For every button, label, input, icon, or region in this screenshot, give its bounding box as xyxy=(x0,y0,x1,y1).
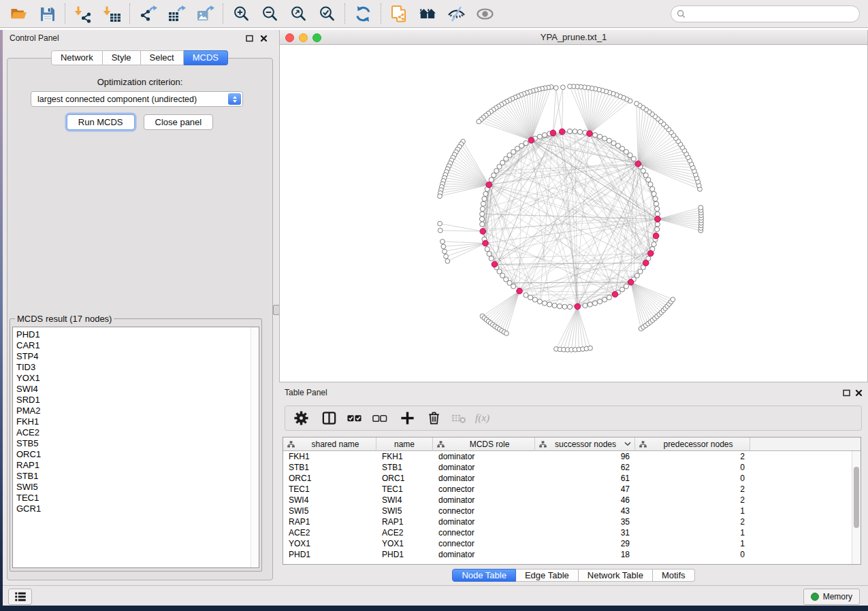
cell-shared-name[interactable]: STB1 xyxy=(283,462,376,473)
mcds-result-list[interactable]: PHD1CAR1STP4TID3YOX1SWI4SRD1PMA2FKH1ACE2… xyxy=(12,327,259,568)
tab-motifs[interactable]: Motifs xyxy=(653,569,695,582)
cell-mcds-role[interactable]: connector xyxy=(433,484,535,495)
cell-mcds-role[interactable]: dominator xyxy=(433,473,535,484)
table-row[interactable]: FKH1FKH1dominator962 xyxy=(283,451,861,462)
clone-network-button[interactable] xyxy=(385,2,413,25)
run-mcds-button[interactable]: Run MCDS xyxy=(67,114,135,130)
import-table-button[interactable] xyxy=(97,2,126,25)
tab-network[interactable]: Network xyxy=(51,50,103,65)
cell-name[interactable]: RAP1 xyxy=(376,516,433,527)
result-node-item[interactable]: ORC1 xyxy=(16,449,259,460)
table-row[interactable]: SWI4SWI4dominator462 xyxy=(283,495,861,506)
minimize-window-icon[interactable] xyxy=(299,33,308,42)
result-node-item[interactable]: TID3 xyxy=(16,362,259,373)
column-header-shared-name[interactable]: shared name xyxy=(283,437,376,451)
table-scrollbar[interactable] xyxy=(852,451,861,564)
cell-shared-name[interactable]: SWI5 xyxy=(283,506,376,516)
column-header-name[interactable]: name xyxy=(376,437,433,451)
result-node-item[interactable]: PMA2 xyxy=(16,406,259,416)
deselect-all-button[interactable] xyxy=(372,408,387,429)
result-node-item[interactable]: SWI5 xyxy=(16,482,259,493)
cell-predecessor-nodes[interactable]: 1 xyxy=(635,527,750,538)
tab-mcds[interactable]: MCDS xyxy=(184,50,228,65)
cell-shared-name[interactable]: SWI4 xyxy=(283,495,376,506)
cell-predecessor-nodes[interactable]: 2 xyxy=(635,484,750,495)
cell-shared-name[interactable]: ACE2 xyxy=(283,527,376,538)
cell-mcds-role[interactable]: dominator xyxy=(433,516,535,527)
show-graphics-details-button[interactable] xyxy=(470,2,499,25)
cell-predecessor-nodes[interactable]: 0 xyxy=(635,549,750,560)
float-panel-icon[interactable] xyxy=(246,35,253,42)
result-node-item[interactable]: SWI4 xyxy=(16,384,259,395)
refresh-view-button[interactable] xyxy=(349,2,377,25)
table-row[interactable]: YOX1YOX1connector291 xyxy=(283,538,861,549)
settings-button[interactable] xyxy=(293,408,309,429)
search-box[interactable] xyxy=(671,5,860,22)
cell-shared-name[interactable]: PHD1 xyxy=(283,549,376,560)
table-row[interactable]: ACE2ACE2connector311 xyxy=(283,527,861,538)
result-node-item[interactable]: CAR1 xyxy=(16,340,259,351)
cell-successor-nodes[interactable]: 31 xyxy=(535,527,635,538)
cell-successor-nodes[interactable]: 29 xyxy=(535,538,635,549)
close-panel-button[interactable]: Close panel xyxy=(144,114,214,130)
tab-node-table[interactable]: Node Table xyxy=(452,569,516,582)
cell-successor-nodes[interactable]: 47 xyxy=(535,484,635,495)
cell-name[interactable]: PHD1 xyxy=(376,549,433,560)
cell-predecessor-nodes[interactable]: 0 xyxy=(635,462,750,473)
export-network-button[interactable] xyxy=(133,2,162,25)
result-node-item[interactable]: TEC1 xyxy=(16,493,259,503)
cell-shared-name[interactable]: FKH1 xyxy=(283,451,376,462)
cell-predecessor-nodes[interactable]: 2 xyxy=(635,516,750,527)
cell-successor-nodes[interactable]: 35 xyxy=(535,516,635,527)
cell-mcds-role[interactable]: dominator xyxy=(433,495,535,506)
network-graph[interactable] xyxy=(280,45,867,382)
cell-shared-name[interactable]: RAP1 xyxy=(283,516,376,527)
close-window-icon[interactable] xyxy=(285,33,294,42)
zoom-fit-button[interactable] xyxy=(284,2,312,25)
table-row[interactable]: TEC1TEC1connector472 xyxy=(283,484,861,495)
cell-predecessor-nodes[interactable]: 2 xyxy=(635,495,750,506)
zoom-selected-button[interactable] xyxy=(312,2,341,25)
maximize-window-icon[interactable] xyxy=(312,33,321,42)
cell-mcds-role[interactable]: connector xyxy=(433,527,535,538)
criterion-dropdown[interactable]: largest connected component (undirected) xyxy=(31,91,243,107)
float-table-panel-icon[interactable] xyxy=(843,389,850,396)
cell-predecessor-nodes[interactable]: 0 xyxy=(635,473,750,484)
open-file-button[interactable] xyxy=(4,2,33,25)
table-row[interactable]: PHD1PHD1dominator180 xyxy=(283,549,861,560)
result-list-scrollbar[interactable] xyxy=(251,327,259,567)
hide-graphics-details-button[interactable] xyxy=(442,2,470,25)
result-node-item[interactable]: GCR1 xyxy=(16,503,259,514)
save-session-button[interactable] xyxy=(33,2,61,25)
cell-name[interactable]: SWI5 xyxy=(376,506,433,516)
import-network-button[interactable] xyxy=(69,2,97,25)
result-node-item[interactable]: ACE2 xyxy=(16,427,259,438)
table-row[interactable]: ORC1ORC1dominator610 xyxy=(283,473,861,484)
select-all-button[interactable] xyxy=(347,408,362,429)
column-header-predecessor-nodes[interactable]: predecessor nodes xyxy=(635,437,750,451)
cell-name[interactable]: TEC1 xyxy=(376,484,433,495)
cell-successor-nodes[interactable]: 62 xyxy=(535,462,635,473)
result-node-item[interactable]: PHD1 xyxy=(16,329,259,340)
row-list-button[interactable] xyxy=(8,589,32,605)
cell-name[interactable]: ORC1 xyxy=(376,473,433,484)
result-node-item[interactable]: STB1 xyxy=(16,471,259,482)
cell-mcds-role[interactable]: dominator xyxy=(433,549,535,560)
result-node-item[interactable]: RAP1 xyxy=(16,460,259,471)
cell-successor-nodes[interactable]: 96 xyxy=(535,451,635,462)
export-image-button[interactable] xyxy=(191,2,219,25)
result-node-item[interactable]: SRD1 xyxy=(16,395,259,406)
search-input[interactable] xyxy=(689,9,854,18)
zoom-out-button[interactable] xyxy=(255,2,284,25)
close-panel-icon[interactable] xyxy=(260,35,268,42)
cell-successor-nodes[interactable]: 46 xyxy=(535,495,635,506)
add-row-button[interactable] xyxy=(400,408,415,429)
network-home-button[interactable] xyxy=(413,2,442,25)
cell-predecessor-nodes[interactable]: 1 xyxy=(635,506,750,516)
columns-button[interactable] xyxy=(321,408,337,429)
table-row[interactable]: STB1STB1dominator620 xyxy=(283,462,861,473)
result-node-item[interactable]: FKH1 xyxy=(16,416,259,427)
result-node-item[interactable]: YOX1 xyxy=(16,373,259,384)
cell-successor-nodes[interactable]: 43 xyxy=(535,506,635,516)
cell-shared-name[interactable]: YOX1 xyxy=(283,538,376,549)
